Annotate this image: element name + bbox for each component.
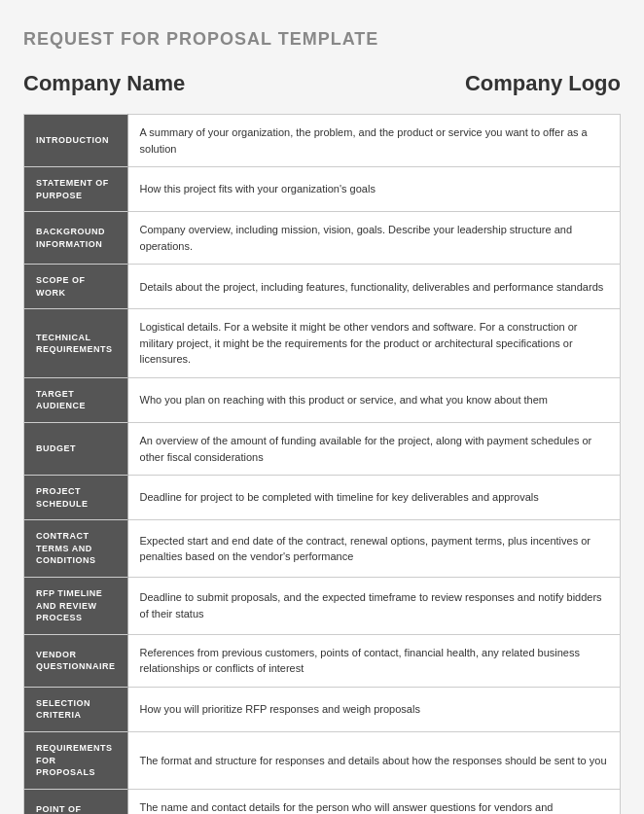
row-content: Logistical details. For a website it mig…: [127, 309, 620, 378]
row-label: POINT OF CONTACT: [24, 789, 128, 814]
table-row: SELECTION CRITERIAHow you will prioritiz…: [24, 687, 621, 731]
row-content: Company overview, including mission, vis…: [127, 212, 620, 265]
table-row: STATEMENT OF PURPOSEHow this project fit…: [24, 167, 621, 212]
table-row: VENDOR QUESTIONNAIREReferences from prev…: [24, 634, 621, 687]
row-content: The name and contact details for the per…: [127, 789, 620, 814]
row-label: BACKGROUND INFORMATION: [24, 212, 128, 265]
table-row: POINT OF CONTACTThe name and contact det…: [24, 789, 621, 814]
rfp-table: INTRODUCTIONA summary of your organizati…: [23, 114, 621, 814]
table-row: INTRODUCTIONA summary of your organizati…: [24, 115, 621, 167]
row-content: The format and structure for responses a…: [127, 732, 620, 790]
table-row: RFP TIMELINE AND REVIEW PROCESSDeadline …: [24, 578, 621, 635]
row-label: RFP TIMELINE AND REVIEW PROCESS: [24, 578, 128, 635]
row-content: Deadline for project to be completed wit…: [127, 476, 620, 520]
row-content: Details about the project, including fea…: [127, 265, 620, 309]
row-label: SCOPE OF WORK: [24, 265, 128, 309]
row-content: Who you plan on reaching with this produ…: [127, 377, 620, 422]
page-title: REQUEST FOR PROPOSAL TEMPLATE: [23, 29, 621, 50]
row-content: A summary of your organization, the prob…: [127, 115, 620, 167]
table-row: SCOPE OF WORKDetails about the project, …: [24, 265, 621, 309]
row-label: TARGET AUDIENCE: [24, 377, 128, 422]
table-row: TECHNICAL REQUIREMENTSLogistical details…: [24, 309, 621, 378]
table-row: PROJECT SCHEDULEDeadline for project to …: [24, 476, 621, 520]
row-label: INTRODUCTION: [24, 115, 128, 167]
row-content: References from previous customers, poin…: [127, 634, 620, 687]
company-logo: Company Logo: [465, 71, 621, 96]
row-label: CONTRACT TERMS AND CONDITIONS: [24, 520, 128, 578]
row-label: REQUIREMENTS FOR PROPOSALS: [24, 732, 128, 790]
row-label: VENDOR QUESTIONNAIRE: [24, 634, 128, 687]
table-row: BACKGROUND INFORMATIONCompany overview, …: [24, 212, 621, 265]
company-name: Company Name: [23, 71, 185, 96]
row-label: SELECTION CRITERIA: [24, 687, 128, 731]
row-content: An overview of the amount of funding ava…: [127, 423, 620, 476]
row-label: BUDGET: [24, 423, 128, 476]
row-label: TECHNICAL REQUIREMENTS: [24, 309, 128, 378]
table-row: TARGET AUDIENCEWho you plan on reaching …: [24, 377, 621, 422]
row-content: Expected start and end date of the contr…: [127, 520, 620, 578]
row-label: PROJECT SCHEDULE: [24, 476, 128, 520]
row-content: Deadline to submit proposals, and the ex…: [127, 578, 620, 635]
row-content: How this project fits with your organiza…: [127, 167, 620, 212]
table-row: BUDGETAn overview of the amount of fundi…: [24, 423, 621, 476]
table-row: REQUIREMENTS FOR PROPOSALSThe format and…: [24, 732, 621, 790]
table-row: CONTRACT TERMS AND CONDITIONSExpected st…: [24, 520, 621, 578]
row-label: STATEMENT OF PURPOSE: [24, 167, 128, 212]
row-content: How you will prioritize RFP responses an…: [127, 687, 620, 731]
